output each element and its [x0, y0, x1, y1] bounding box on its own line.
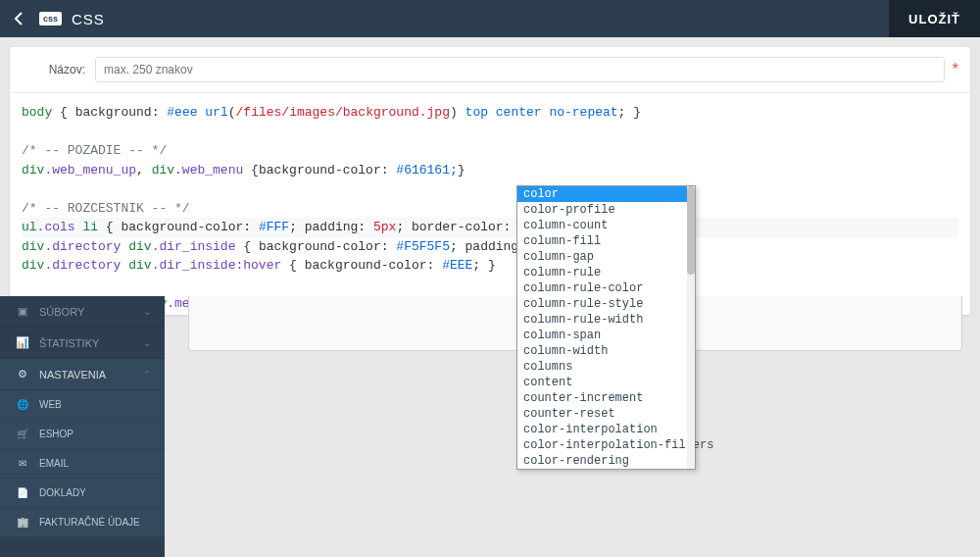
sidebar-item-label: ESHOP — [39, 429, 74, 439]
autocomplete-item[interactable]: column-rule-color — [517, 280, 695, 296]
main-panel: Názov: * body { background: #eee url(/fi… — [10, 47, 970, 315]
back-button[interactable] — [0, 0, 37, 37]
stats-icon: 📊 — [14, 336, 31, 349]
code-editor[interactable]: body { background: #eee url(/files/image… — [10, 93, 970, 315]
autocomplete-item[interactable]: counter-increment — [517, 390, 695, 406]
autocomplete-item[interactable]: column-span — [517, 328, 695, 343]
name-row: Názov: * — [10, 47, 970, 93]
page-title: CSS — [72, 11, 105, 27]
globe-icon: 🌐 — [14, 399, 31, 410]
autocomplete-item[interactable]: column-gap — [517, 249, 695, 265]
autocomplete-item[interactable]: color-interpolation-filters — [517, 437, 695, 453]
chevron-down-icon: ⌄ — [143, 306, 151, 317]
topbar: css CSS ULOŽIŤ — [0, 0, 980, 37]
chevron-left-icon — [14, 12, 24, 25]
chevron-up-icon: ⌃ — [143, 369, 151, 380]
autocomplete-item[interactable]: column-fill — [517, 233, 695, 249]
chevron-down-icon: ⌄ — [143, 337, 151, 348]
files-icon: ▣ — [14, 305, 31, 318]
document-icon: 📄 — [14, 487, 31, 498]
gear-icon: ⚙ — [14, 368, 31, 380]
sidebar-item-label: EMAIL — [39, 458, 69, 469]
sidebar-item-label: ŠTATISTIKY — [39, 337, 99, 349]
autocomplete-item[interactable]: column-width — [517, 343, 695, 359]
sidebar-item-web[interactable]: 🌐 WEB — [0, 390, 165, 420]
sidebar-item-settings[interactable]: ⚙ NASTAVENIA ⌃ — [0, 359, 165, 390]
autocomplete-item[interactable]: color-profile — [517, 202, 695, 218]
sidebar-item-email[interactable]: ✉ EMAIL — [0, 449, 165, 479]
autocomplete-item[interactable]: columns — [517, 359, 695, 375]
autocomplete-item[interactable]: content — [517, 375, 695, 390]
required-indicator: * — [953, 61, 958, 78]
sidebar-item-label: DOKLADY — [39, 487, 86, 498]
mail-icon: ✉ — [14, 458, 31, 469]
name-input[interactable] — [95, 57, 945, 82]
sidebar-item-eshop[interactable]: 🛒 ESHOP — [0, 420, 165, 449]
autocomplete-popup[interactable]: colorcolor-profilecolumn-countcolumn-fil… — [516, 185, 696, 470]
autocomplete-item[interactable]: column-rule-width — [517, 312, 695, 328]
name-label: Názov: — [22, 63, 95, 76]
css-badge: css — [39, 12, 62, 25]
autocomplete-item[interactable]: column-rule-style — [517, 296, 695, 312]
sidebar-item-billing[interactable]: 🏢 FAKTURAČNÉ ÚDAJE — [0, 508, 165, 537]
save-button[interactable]: ULOŽIŤ — [889, 0, 980, 37]
sidebar-item-docs[interactable]: 📄 DOKLADY — [0, 479, 165, 508]
autocomplete-item[interactable]: column-count — [517, 218, 695, 233]
sidebar-item-label: SÚBORY — [39, 306, 84, 318]
sidebar-item-label: NASTAVENIA — [39, 369, 106, 380]
autocomplete-scrollbar[interactable] — [687, 186, 695, 469]
autocomplete-item[interactable]: column-rule — [517, 265, 695, 280]
sidebar-item-label: WEB — [39, 399, 62, 410]
sidebar-item-stats[interactable]: 📊 ŠTATISTIKY ⌄ — [0, 328, 165, 359]
autocomplete-item[interactable]: counter-reset — [517, 406, 695, 422]
autocomplete-item[interactable]: color-rendering — [517, 453, 695, 469]
building-icon: 🏢 — [14, 517, 31, 528]
sidebar: ▣ SÚBORY ⌄ 📊 ŠTATISTIKY ⌄ ⚙ NASTAVENIA ⌃… — [0, 296, 165, 557]
autocomplete-item[interactable]: color — [517, 186, 695, 202]
autocomplete-item[interactable]: color-interpolation — [517, 422, 695, 437]
cart-icon: 🛒 — [14, 429, 31, 439]
sidebar-item-files[interactable]: ▣ SÚBORY ⌄ — [0, 296, 165, 328]
sidebar-item-label: FAKTURAČNÉ ÚDAJE — [39, 517, 140, 528]
